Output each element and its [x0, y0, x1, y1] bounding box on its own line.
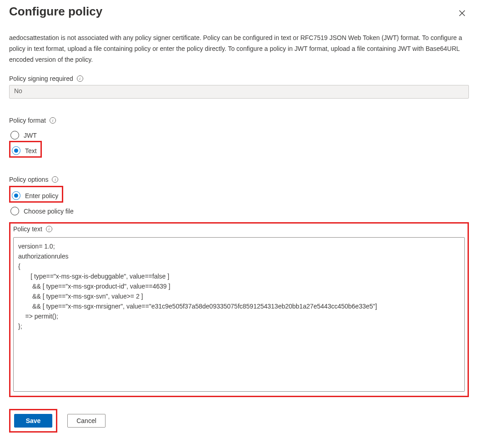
radio-icon	[10, 131, 19, 139]
close-icon	[459, 10, 465, 16]
radio-jwt[interactable]: JWT	[9, 129, 40, 141]
policy-format-label: Policy format	[9, 117, 46, 124]
policy-text-label: Policy text	[13, 225, 42, 233]
signing-required-label: Policy signing required	[9, 75, 73, 82]
radio-enter-policy-label: Enter policy	[25, 192, 58, 199]
cancel-button[interactable]: Cancel	[67, 414, 106, 428]
policy-text-input[interactable]	[13, 237, 465, 392]
radio-text[interactable]: Text	[10, 145, 40, 156]
radio-enter-policy[interactable]: Enter policy	[10, 190, 62, 201]
save-button[interactable]: Save	[14, 414, 52, 428]
radio-choose-file-label: Choose policy file	[24, 208, 74, 215]
page-description: aedocsattestation is not associated with…	[9, 32, 469, 65]
radio-icon	[12, 191, 20, 200]
policy-options-label: Policy options	[9, 176, 48, 183]
radio-icon	[12, 146, 20, 155]
radio-icon	[10, 207, 19, 215]
info-icon[interactable]: i	[77, 75, 83, 82]
radio-text-label: Text	[25, 147, 37, 154]
page-title: Configure policy	[9, 5, 102, 19]
close-button[interactable]	[455, 6, 469, 20]
info-icon[interactable]: i	[46, 226, 52, 232]
info-icon[interactable]: i	[52, 176, 58, 183]
radio-jwt-label: JWT	[24, 132, 37, 139]
info-icon[interactable]: i	[50, 117, 56, 124]
radio-choose-file[interactable]: Choose policy file	[9, 205, 77, 217]
signing-required-value: No	[9, 85, 469, 99]
